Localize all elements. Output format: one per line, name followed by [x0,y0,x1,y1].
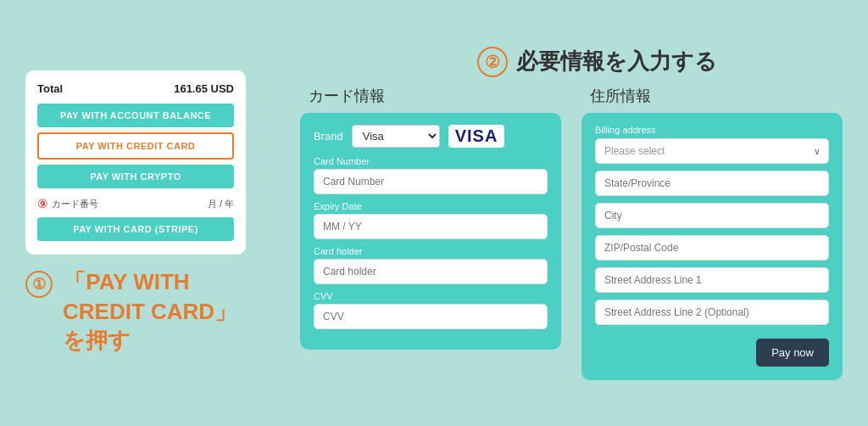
card-number-field-row: Card Number [314,156,548,194]
brand-row: Brand Visa Mastercard Amex VISA [314,125,548,148]
address-form-section: 住所情報 Billing address Please select [581,86,843,380]
step1-num-label: ① 「PAY WITH [25,268,280,298]
card-number-label: Card Number [314,156,548,166]
top-heading: ② 必要情報を入力する [326,47,868,77]
street1-input[interactable] [595,267,829,293]
visa-logo: VISA [448,125,505,148]
city-row [595,203,829,228]
address-form: Billing address Please select [581,113,843,380]
street2-row [595,300,829,325]
total-label: Total [37,82,63,95]
expiry-label: Expiry Date [314,201,548,211]
step1-line3: を押す [63,328,131,353]
pay-account-btn[interactable]: PAY WITH ACCOUNT BALANCE [37,104,234,127]
step1-line2: CREDIT CARD」 [63,299,236,324]
card-form-section: カード情報 Brand Visa Mastercard Amex VISA Ca… [300,86,561,380]
center-section: ② 必要情報を入力する カード情報 Brand Visa Mastercard … [300,47,843,380]
card-number-row: ⑨ カード番号 月 / 年 [37,193,234,216]
city-input[interactable] [595,203,829,228]
brand-select[interactable]: Visa Mastercard Amex [352,125,440,148]
state-input[interactable] [595,171,829,196]
state-select-wrapper: Please select [595,138,829,164]
street2-input[interactable] [595,300,829,325]
brand-label: Brand [314,130,343,143]
holder-label: Card holder [314,246,548,256]
cvv-row: CVV [314,291,548,329]
step2-circle: ② [477,47,508,77]
card-form: Brand Visa Mastercard Amex VISA Card Num… [300,113,561,350]
step2-title: 必要情報を入力する [516,47,717,76]
step1-line1: 「PAY WITH [64,269,189,294]
zip-row [595,235,829,261]
card-number-input[interactable] [314,169,548,194]
card-label-jp: カード番号 [52,198,208,210]
holder-input[interactable] [314,259,548,284]
cvv-label: CVV [314,291,548,301]
expiry-input[interactable] [314,214,548,239]
main-container: Total 161.65 USD PAY WITH ACCOUNT BALANC… [0,0,868,426]
pay-crypto-btn[interactable]: PAY WITH CRYPTO [37,165,234,188]
payment-box: Total 161.65 USD PAY WITH ACCOUNT BALANC… [25,70,246,255]
total-amount: 161.65 USD [174,82,234,95]
country-select[interactable]: Please select [595,138,829,164]
card-date-label: 月 / 年 [208,198,234,210]
card-icon: ⑨ [37,197,48,210]
address-section-title: 住所情報 [590,86,651,106]
forms-area: カード情報 Brand Visa Mastercard Amex VISA Ca… [300,86,843,380]
holder-row: Card holder [314,246,548,284]
billing-address-label: Billing address [595,125,829,135]
card-section-title: カード情報 [309,86,385,106]
step1-circle: ① [25,271,53,298]
cvv-input[interactable] [314,304,548,329]
state-row [595,171,829,196]
left-panel: Total 161.65 USD PAY WITH ACCOUNT BALANC… [25,70,280,356]
street1-row [595,267,829,293]
pay-now-button[interactable]: Pay now [756,339,829,367]
expiry-row: Expiry Date [314,201,548,239]
step1-block: ① 「PAY WITH CREDIT CARD」 を押す [25,268,280,356]
total-row: Total 161.65 USD [37,82,234,95]
pay-stripe-btn[interactable]: PAY WITH CARD (STRIPE) [37,217,234,241]
zip-input[interactable] [595,235,829,261]
pay-credit-btn[interactable]: PAY WITH CREDIT CARD [37,132,234,160]
